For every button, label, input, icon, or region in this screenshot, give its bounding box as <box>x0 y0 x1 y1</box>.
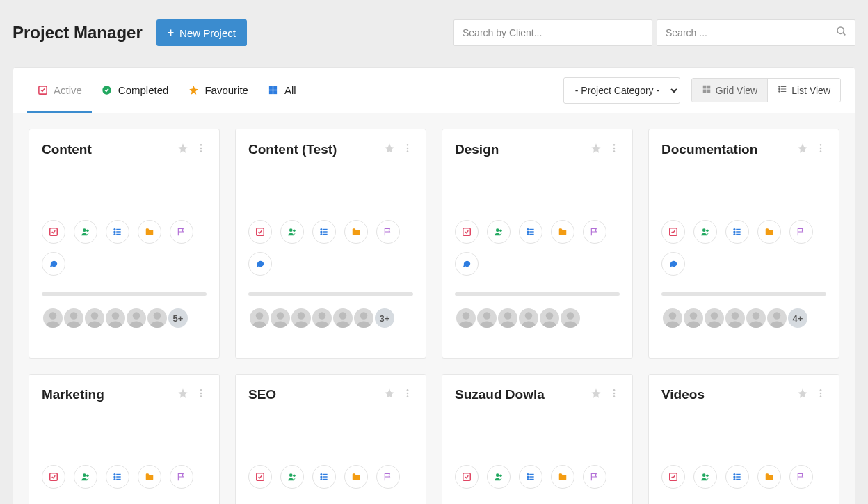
avatar[interactable] <box>83 307 106 329</box>
avatar[interactable] <box>332 307 354 329</box>
star-icon[interactable] <box>177 388 188 402</box>
avatar[interactable] <box>290 307 312 329</box>
tab-active[interactable]: Active <box>27 68 92 113</box>
milestones-icon[interactable] <box>376 465 400 489</box>
project-card[interactable]: Marketing <box>29 374 220 504</box>
kebab-menu-icon[interactable] <box>609 143 620 157</box>
members-icon[interactable] <box>280 465 304 489</box>
avatar[interactable] <box>63 307 85 329</box>
project-card[interactable]: Suzaud Dowla <box>442 374 633 504</box>
avatar[interactable] <box>353 307 375 329</box>
tab-favourite[interactable]: Favourite <box>178 68 258 113</box>
avatar[interactable] <box>269 307 291 329</box>
tasks-icon[interactable] <box>455 220 479 244</box>
avatar[interactable] <box>517 307 540 329</box>
project-card[interactable]: Design <box>442 129 633 359</box>
avatar[interactable] <box>476 307 498 329</box>
star-icon[interactable] <box>384 388 395 402</box>
avatar[interactable] <box>146 307 168 329</box>
kebab-menu-icon[interactable] <box>815 143 826 157</box>
kebab-menu-icon[interactable] <box>402 388 413 402</box>
tab-all[interactable]: All <box>258 68 306 113</box>
members-icon[interactable] <box>74 220 97 244</box>
files-icon[interactable] <box>757 220 781 244</box>
list-icon[interactable] <box>312 465 336 489</box>
grid-view-button[interactable]: Grid View <box>692 79 767 102</box>
avatar[interactable] <box>538 307 561 329</box>
members-icon[interactable] <box>693 220 717 244</box>
avatar[interactable] <box>311 307 333 329</box>
milestones-icon[interactable] <box>789 465 813 489</box>
milestones-icon[interactable] <box>583 465 606 489</box>
project-card[interactable]: SEO <box>235 374 426 504</box>
members-icon[interactable] <box>487 465 511 489</box>
milestones-icon[interactable] <box>583 220 606 244</box>
files-icon[interactable] <box>138 220 161 244</box>
avatar[interactable] <box>104 307 127 329</box>
tasks-icon[interactable] <box>248 220 272 244</box>
star-icon[interactable] <box>590 143 602 157</box>
discussion-icon[interactable] <box>661 252 685 276</box>
star-icon[interactable] <box>384 143 395 157</box>
milestones-icon[interactable] <box>376 220 400 244</box>
star-icon[interactable] <box>590 388 602 402</box>
members-icon[interactable] <box>693 465 717 489</box>
avatar[interactable] <box>455 307 477 329</box>
search-input[interactable] <box>657 19 855 46</box>
avatar[interactable] <box>766 307 788 329</box>
kebab-menu-icon[interactable] <box>815 388 826 402</box>
new-project-button[interactable]: + New Project <box>156 19 247 46</box>
discussion-icon[interactable] <box>42 252 65 276</box>
avatar[interactable] <box>559 307 581 329</box>
avatar[interactable] <box>724 307 746 329</box>
list-icon[interactable] <box>725 465 749 489</box>
project-card[interactable]: Videos <box>648 374 839 504</box>
avatar[interactable] <box>745 307 767 329</box>
files-icon[interactable] <box>551 465 574 489</box>
list-icon[interactable] <box>519 220 542 244</box>
tasks-icon[interactable] <box>42 220 65 244</box>
project-card[interactable]: Documentation 4+ <box>648 129 839 359</box>
milestones-icon[interactable] <box>170 220 193 244</box>
list-icon[interactable] <box>519 465 542 489</box>
tasks-icon[interactable] <box>42 465 65 489</box>
milestones-icon[interactable] <box>170 465 193 489</box>
avatar-more[interactable]: 3+ <box>373 307 396 329</box>
list-icon[interactable] <box>106 220 129 244</box>
members-icon[interactable] <box>487 220 511 244</box>
list-view-button[interactable]: List View <box>767 79 840 102</box>
star-icon[interactable] <box>797 143 808 157</box>
files-icon[interactable] <box>551 220 574 244</box>
star-icon[interactable] <box>177 143 188 157</box>
tasks-icon[interactable] <box>248 465 272 489</box>
tasks-icon[interactable] <box>455 465 479 489</box>
files-icon[interactable] <box>344 220 368 244</box>
avatar[interactable] <box>661 307 684 329</box>
kebab-menu-icon[interactable] <box>609 388 620 402</box>
kebab-menu-icon[interactable] <box>402 143 413 157</box>
files-icon[interactable] <box>757 465 781 489</box>
members-icon[interactable] <box>280 220 304 244</box>
avatar[interactable] <box>497 307 519 329</box>
list-icon[interactable] <box>312 220 336 244</box>
avatar[interactable] <box>703 307 725 329</box>
project-card[interactable]: Content 5+ <box>29 129 220 359</box>
avatar-more[interactable]: 4+ <box>787 307 809 329</box>
avatar[interactable] <box>682 307 705 329</box>
avatar[interactable] <box>42 307 64 329</box>
milestones-icon[interactable] <box>789 220 813 244</box>
star-icon[interactable] <box>797 388 808 402</box>
tasks-icon[interactable] <box>661 220 685 244</box>
files-icon[interactable] <box>138 465 161 489</box>
list-icon[interactable] <box>106 465 129 489</box>
tasks-icon[interactable] <box>661 465 685 489</box>
avatar[interactable] <box>248 307 271 329</box>
project-category-select[interactable]: - Project Category - <box>563 77 680 104</box>
discussion-icon[interactable] <box>248 252 272 276</box>
list-icon[interactable] <box>725 220 749 244</box>
search-client-input[interactable] <box>453 19 652 46</box>
discussion-icon[interactable] <box>455 252 479 276</box>
files-icon[interactable] <box>344 465 368 489</box>
avatar[interactable] <box>125 307 147 329</box>
kebab-menu-icon[interactable] <box>195 388 207 402</box>
